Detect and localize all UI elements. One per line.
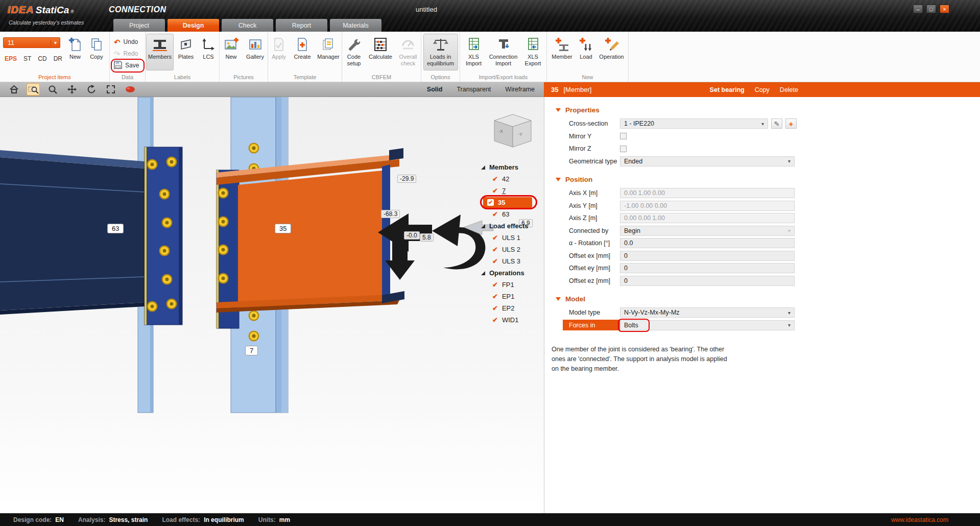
tab-design[interactable]: Design (168, 19, 219, 32)
minimize-button[interactable]: – (913, 5, 923, 13)
rotate-view-button[interactable] (85, 83, 98, 95)
connected-by-select[interactable]: Begin ▾ (620, 226, 795, 236)
design-code-value: EN (55, 516, 64, 523)
section-model[interactable]: Model (556, 293, 980, 304)
section-properties[interactable]: Properties (556, 104, 980, 115)
bearing-help-text: One member of the joint is considered as… (552, 345, 735, 373)
checkmark-icon[interactable]: ✔ (492, 257, 498, 265)
tree-header-members[interactable]: Members (479, 161, 544, 173)
tree-item-wid1[interactable]: ✔ WID1 (479, 314, 544, 326)
tree-item-fp1[interactable]: ✔ FP1 (479, 279, 544, 291)
mirror-y-checkbox[interactable] (620, 133, 627, 139)
delete-member-button[interactable]: Delete (780, 86, 798, 93)
checkbox-checked-icon[interactable]: ✔ (487, 199, 494, 206)
zoom-fit-button[interactable] (104, 83, 117, 95)
tree-item-uls3[interactable]: ✔ ULS 3 (479, 255, 544, 267)
checkmark-icon[interactable]: ✔ (492, 187, 498, 195)
tree-item-uls1[interactable]: ✔ ULS 1 (479, 232, 544, 244)
website-link[interactable]: www.ideastatica.com (891, 516, 948, 523)
new-load-button[interactable]: Load (576, 34, 596, 70)
new-load-icon (578, 37, 594, 52)
offset-ez-input[interactable]: 0 (620, 276, 795, 286)
maximize-button[interactable]: □ (926, 5, 936, 13)
cross-section-select[interactable]: 1 - IPE220 ▾ (620, 118, 768, 129)
group-label-data: Data (110, 74, 145, 80)
tab-report[interactable]: Report (276, 19, 327, 32)
render-mode-transparent[interactable]: Transparent (457, 86, 491, 93)
end-plate-member-63[interactable] (145, 147, 182, 325)
gallery-button[interactable]: Gallery (244, 34, 267, 70)
home-view-button[interactable] (7, 83, 20, 95)
pan-button[interactable] (65, 83, 79, 95)
main-tabs: Project Design Check Report Materials (113, 19, 381, 32)
tree-header-operations[interactable]: Operations (479, 267, 544, 279)
model-type-select[interactable]: N-Vy-Vz-Mx-My-Mz ▾ (620, 307, 795, 318)
connection-import-button[interactable]: Connection Import (487, 34, 520, 70)
tree-item-member-63[interactable]: ✔ 63 (479, 208, 544, 220)
checkmark-icon[interactable]: ✔ (492, 210, 498, 218)
template-create-button[interactable]: Create (291, 34, 314, 70)
template-manager-button[interactable]: Manager (315, 34, 342, 70)
zoom-button[interactable] (46, 83, 59, 95)
new-project-item-button[interactable]: New (64, 34, 86, 70)
tree-item-member-42[interactable]: ✔ 42 (479, 173, 544, 185)
xls-import-button[interactable]: XLS Import (463, 34, 485, 70)
new-operation-button[interactable]: Operation (598, 34, 626, 70)
undo-button[interactable]: ↶ Undo (114, 37, 143, 47)
tab-materials[interactable]: Materials (330, 19, 381, 32)
checkmark-icon[interactable]: ✔ (492, 175, 498, 183)
calculate-button[interactable]: Calculate (367, 34, 394, 70)
3d-viewport[interactable]: -X -Y 63 35 7 -29.9 -68.3 -0.0 5.8 6.9 M… (0, 97, 544, 513)
mode-st[interactable]: ST (23, 55, 31, 62)
tree-item-uls2[interactable]: ✔ ULS 2 (479, 244, 544, 255)
offset-ex-input[interactable]: 0 (620, 251, 795, 261)
ribbon-group-cbfem: Code setup Calculate Overall check CBFEM (342, 32, 421, 82)
zoom-window-button[interactable] (27, 83, 40, 95)
offset-ey-input[interactable]: 0 (620, 263, 795, 273)
labels-lcs-toggle[interactable]: LCS (198, 34, 219, 70)
render-mode-wireframe[interactable]: Wireframe (505, 86, 535, 93)
checkmark-icon[interactable]: ✔ (492, 293, 498, 300)
code-setup-button[interactable]: Code setup (342, 34, 366, 70)
redraw-button[interactable] (124, 83, 137, 95)
tab-check[interactable]: Check (222, 19, 273, 32)
edit-cross-section-button[interactable]: ✎ (771, 118, 782, 129)
tree-item-member-7[interactable]: ✔ 7 (479, 185, 544, 197)
labels-members-toggle[interactable]: Members (146, 34, 174, 70)
mirror-z-checkbox[interactable] (620, 146, 627, 152)
tree-item-member-35[interactable]: ✔ 35 (479, 197, 544, 208)
rotation-input[interactable]: 0.0 (620, 238, 795, 248)
geometrical-type-select[interactable]: Ended ▾ (620, 156, 795, 166)
tree-header-load-effects[interactable]: Load effects (479, 220, 544, 232)
xls-export-button[interactable]: XLS Export (522, 34, 544, 70)
checkmark-icon[interactable]: ✔ (492, 246, 498, 253)
tab-project[interactable]: Project (113, 19, 165, 32)
add-cross-section-button[interactable]: + (785, 118, 797, 129)
mode-dr[interactable]: DR (54, 55, 62, 62)
tree-item-ep2[interactable]: ✔ EP2 (479, 302, 544, 314)
labels-plates-toggle[interactable]: Plates (175, 34, 197, 70)
loads-in-equilibrium-toggle[interactable]: Loads in equilibrium (423, 34, 458, 70)
close-button[interactable]: × (940, 5, 949, 13)
tree-item-ep1[interactable]: ✔ EP1 (479, 291, 544, 302)
checkmark-icon[interactable]: ✔ (492, 234, 498, 242)
section-position[interactable]: Position (556, 174, 980, 185)
render-mode-solid[interactable]: Solid (427, 86, 443, 93)
save-button[interactable]: Save (114, 60, 143, 70)
project-item-selector[interactable]: 11 ▾ (3, 37, 60, 48)
mode-cd[interactable]: CD (38, 55, 46, 62)
set-bearing-button[interactable]: Set bearing (710, 86, 745, 93)
new-picture-button[interactable]: New (221, 34, 242, 70)
checkmark-icon[interactable]: ✔ (492, 281, 498, 289)
beam-member-35[interactable] (217, 148, 404, 328)
ribbon-group-template: Apply Create Manager Template (268, 32, 342, 82)
copy-project-item-button[interactable]: Copy (86, 34, 107, 70)
group-label-new: New (547, 74, 628, 80)
forces-in-select[interactable]: Bolts ▾ (620, 320, 795, 330)
mode-eps[interactable]: EPS (5, 55, 17, 62)
chevron-down-icon: ▾ (785, 310, 791, 316)
checkmark-icon[interactable]: ✔ (492, 304, 498, 312)
new-member-button[interactable]: Member (550, 34, 575, 70)
checkmark-icon[interactable]: ✔ (492, 316, 498, 324)
copy-member-button[interactable]: Copy (755, 86, 770, 93)
